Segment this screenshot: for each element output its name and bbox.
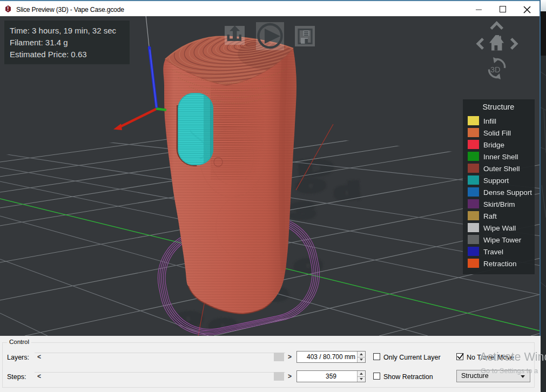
- svg-text:Infill: Infill: [483, 117, 496, 125]
- svg-text:Support: Support: [483, 177, 509, 185]
- svg-text:3D: 3D: [490, 65, 501, 74]
- svg-text:d: d: [334, 178, 360, 205]
- svg-text:3: 3: [290, 198, 315, 224]
- svg-text:Raft: Raft: [483, 212, 497, 220]
- svg-text:Dense Support: Dense Support: [483, 188, 532, 197]
- svg-text:Bridge: Bridge: [483, 141, 504, 149]
- svg-text:Inner Shell: Inner Shell: [483, 153, 518, 161]
- svg-text:Time: 3 hours, 19 min, 32 sec: Time: 3 hours, 19 min, 32 sec: [10, 26, 117, 35]
- svg-text:Filament: 31.4 g: Filament: 31.4 g: [10, 38, 68, 47]
- svg-text:Structure: Structure: [483, 103, 515, 111]
- svg-text:Solid Fill: Solid Fill: [483, 129, 511, 137]
- svg-text:Retraction: Retraction: [483, 260, 517, 268]
- svg-text:Travel: Travel: [483, 248, 503, 256]
- svg-text:Outer Shell: Outer Shell: [483, 165, 520, 173]
- svg-text:o: o: [294, 251, 322, 278]
- svg-text:Wipe Wall: Wipe Wall: [483, 224, 516, 232]
- svg-text:Wipe Tower: Wipe Tower: [483, 236, 522, 244]
- svg-text:Skirt/Brim: Skirt/Brim: [483, 200, 515, 208]
- svg-text:Estimated Price: 0.63: Estimated Price: 0.63: [10, 50, 87, 59]
- svg-text:o: o: [296, 171, 326, 198]
